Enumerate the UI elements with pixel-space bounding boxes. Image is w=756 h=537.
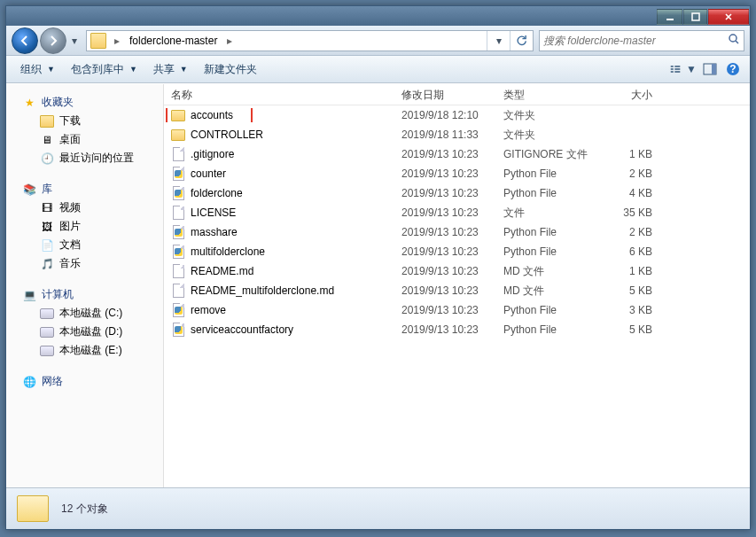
drive-icon <box>40 307 54 321</box>
minimize-button[interactable] <box>657 9 682 25</box>
file-type: Python File <box>496 304 603 316</box>
sidebar-item-drive-c[interactable]: 本地磁盘 (C:) <box>6 304 163 323</box>
file-size: 4 KB <box>603 187 665 199</box>
column-type[interactable]: 类型 <box>496 88 603 103</box>
sidebar-item-recent[interactable]: 🕘最近访问的位置 <box>6 149 163 167</box>
forward-button[interactable] <box>40 27 66 54</box>
address-dropdown-icon[interactable]: ▾ <box>487 31 510 51</box>
column-size[interactable]: 大小 <box>603 88 665 103</box>
sidebar-item-downloads[interactable]: 下载 <box>6 112 163 130</box>
file-list[interactable]: accounts2019/9/18 12:10文件夹CONTROLLER2019… <box>164 105 750 487</box>
address-bar[interactable]: ▸ folderclone-master ▸ ▾ <box>86 30 534 51</box>
new-folder-button[interactable]: 新建文件夹 <box>197 58 266 80</box>
file-type: Python File <box>496 226 603 238</box>
file-row[interactable]: README_multifolderclone.md2019/9/13 10:2… <box>164 281 750 300</box>
file-size: 35 KB <box>603 206 665 219</box>
file-name: masshare <box>191 226 238 238</box>
search-box[interactable] <box>539 30 744 51</box>
music-icon: 🎵 <box>40 257 54 271</box>
column-headers: 名称 修改日期 类型 大小 <box>164 84 750 105</box>
sidebar-item-drive-d[interactable]: 本地磁盘 (D:) <box>6 323 163 341</box>
help-button[interactable]: ? <box>723 58 743 80</box>
picture-icon: 🖼 <box>40 220 54 234</box>
nav-bar: ▾ ▸ folderclone-master ▸ ▾ <box>6 26 750 56</box>
file-date: 2019/9/13 10:23 <box>394 245 496 258</box>
content-area: ★收藏夹 下载 🖥桌面 🕘最近访问的位置 📚库 🎞视频 🖼图片 📄文档 🎵音乐 … <box>6 84 750 487</box>
maximize-button[interactable] <box>683 9 707 25</box>
breadcrumb-segment[interactable]: folderclone-master <box>124 31 222 51</box>
status-text: 12 个对象 <box>61 502 108 517</box>
file-date: 2019/9/18 11:33 <box>394 128 496 141</box>
file-date: 2019/9/13 10:23 <box>394 304 496 316</box>
document-icon: 📄 <box>40 238 54 253</box>
file-list-pane: 名称 修改日期 类型 大小 accounts2019/9/18 12:10文件夹… <box>164 84 750 487</box>
file-row[interactable]: remove2019/9/13 10:23Python File3 KB <box>164 300 750 320</box>
file-date: 2019/9/13 10:23 <box>394 226 496 238</box>
sidebar-computer-header[interactable]: 💻计算机 <box>6 285 163 304</box>
organize-button[interactable]: 组织▼ <box>13 58 64 80</box>
file-row[interactable]: multifolderclone2019/9/13 10:23Python Fi… <box>164 242 750 261</box>
share-button[interactable]: 共享▼ <box>146 58 197 80</box>
sidebar-network-header[interactable]: 🌐网络 <box>6 372 163 391</box>
svg-rect-6 <box>674 66 680 67</box>
sidebar-item-drive-e[interactable]: 本地磁盘 (E:) <box>6 341 163 360</box>
sidebar-item-desktop[interactable]: 🖥桌面 <box>6 130 163 149</box>
svg-rect-4 <box>671 68 674 70</box>
svg-rect-10 <box>712 64 716 74</box>
view-options-button[interactable]: ▼ <box>670 58 697 80</box>
file-name: remove <box>191 304 226 316</box>
back-button[interactable] <box>12 27 38 54</box>
file-name: LICENSE <box>191 206 236 219</box>
sidebar-item-videos[interactable]: 🎞视频 <box>6 198 163 217</box>
svg-text:?: ? <box>729 63 736 75</box>
file-type: 文件夹 <box>496 108 603 123</box>
file-row[interactable]: serviceaccountfactory2019/9/13 10:23Pyth… <box>164 320 750 339</box>
column-date[interactable]: 修改日期 <box>394 88 496 103</box>
search-icon[interactable] <box>728 33 740 48</box>
preview-pane-button[interactable] <box>697 58 723 80</box>
star-icon: ★ <box>22 96 36 110</box>
close-button[interactable] <box>708 9 749 25</box>
file-size: 3 KB <box>603 304 665 316</box>
file-row[interactable]: counter2019/9/13 10:23Python File2 KB <box>164 164 750 183</box>
file-size: 1 KB <box>603 148 665 160</box>
file-row[interactable]: LICENSE2019/9/13 10:23文件35 KB <box>164 203 750 222</box>
chevron-right-icon[interactable]: ▸ <box>222 35 237 47</box>
file-size: 1 KB <box>603 265 665 277</box>
file-name: accounts <box>191 109 233 121</box>
sidebar-item-documents[interactable]: 📄文档 <box>6 236 163 254</box>
file-icon <box>171 108 185 122</box>
file-row[interactable]: masshare2019/9/13 10:23Python File2 KB <box>164 222 750 242</box>
refresh-button[interactable] <box>510 31 533 51</box>
history-dropdown-icon[interactable]: ▾ <box>68 31 81 51</box>
toolbar: 组织▼ 包含到库中▼ 共享▼ 新建文件夹 ▼ ? <box>6 56 750 83</box>
file-icon <box>171 128 185 142</box>
file-icon <box>171 225 185 239</box>
file-row[interactable]: folderclone2019/9/13 10:23Python File4 K… <box>164 183 750 203</box>
computer-icon: 💻 <box>22 288 36 302</box>
file-row[interactable]: README.md2019/9/13 10:23MD 文件1 KB <box>164 261 750 281</box>
file-size: 2 KB <box>603 167 665 180</box>
file-type: Python File <box>496 167 603 180</box>
chevron-down-icon: ▼ <box>47 65 55 74</box>
file-name: serviceaccountfactory <box>191 323 293 336</box>
column-name[interactable]: 名称 <box>164 88 394 103</box>
sidebar-libraries-header[interactable]: 📚库 <box>6 180 163 198</box>
sidebar-item-music[interactable]: 🎵音乐 <box>6 254 163 273</box>
chevron-right-icon[interactable]: ▸ <box>110 35 124 47</box>
file-date: 2019/9/13 10:23 <box>394 206 496 219</box>
file-icon <box>171 264 185 278</box>
file-date: 2019/9/13 10:23 <box>394 323 496 336</box>
svg-rect-3 <box>671 66 674 67</box>
sidebar-item-pictures[interactable]: 🖼图片 <box>6 217 163 236</box>
file-icon <box>171 245 185 259</box>
file-size: 5 KB <box>603 284 665 297</box>
include-in-library-button[interactable]: 包含到库中▼ <box>64 58 146 80</box>
file-row[interactable]: accounts2019/9/18 12:10文件夹 <box>164 105 750 125</box>
file-row[interactable]: CONTROLLER2019/9/18 11:33文件夹 <box>164 125 750 144</box>
file-row[interactable]: .gitignore2019/9/13 10:23GITIGNORE 文件1 K… <box>164 144 750 164</box>
svg-rect-8 <box>674 71 680 73</box>
file-type: 文件夹 <box>496 128 603 143</box>
sidebar-favorites-header[interactable]: ★收藏夹 <box>6 93 163 112</box>
search-input[interactable] <box>543 35 728 47</box>
